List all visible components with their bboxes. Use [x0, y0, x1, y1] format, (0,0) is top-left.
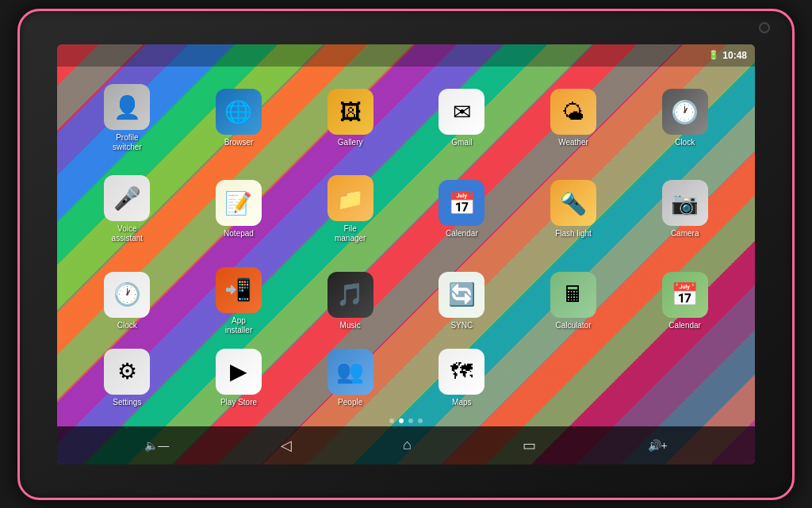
app-label-file-manager: File manager	[335, 224, 366, 243]
app-label-settings: Settings	[113, 398, 141, 407]
app-icon-image-voice-assistant: 🎤	[104, 175, 150, 221]
app-icon-flashlight[interactable]: 🔦Flash light	[519, 166, 628, 254]
app-icon-image-notepad: 📝	[216, 180, 262, 226]
app-icon-image-gmail: ✉	[439, 89, 485, 135]
app-label-music: Music	[340, 321, 361, 330]
app-icon-settings[interactable]: ⚙Settings	[73, 349, 182, 407]
app-label-clock: Clock	[675, 138, 695, 147]
app-icon-file-manager[interactable]: 📁File manager	[296, 166, 404, 254]
back-button[interactable]: ◁	[281, 437, 292, 454]
battery-icon: 🔋	[708, 50, 719, 60]
app-label-gmail: Gmail	[451, 138, 472, 147]
screen-content: 🔋 10:48 👤Profile switcher🌐Browser🖼Galler…	[57, 44, 755, 464]
app-icon-browser[interactable]: 🌐Browser	[185, 74, 293, 162]
app-icon-play-store[interactable]: ▶Play Store	[185, 349, 293, 407]
home-button[interactable]: ⌂	[403, 437, 412, 453]
app-icon-image-settings: ⚙	[104, 349, 150, 395]
app-icon-weather[interactable]: 🌤Weather	[519, 74, 628, 162]
navigation-bar: 🔈— ◁ ⌂ ▭ 🔊+	[57, 426, 755, 464]
app-icon-image-calendar2: 📅	[662, 272, 708, 318]
app-label-maps: Maps	[452, 398, 471, 407]
app-label-app-installer: App installer	[225, 316, 252, 335]
page-indicators	[57, 415, 755, 426]
app-icon-calendar[interactable]: 📅Calendar	[408, 166, 516, 254]
screen: 🔋 10:48 👤Profile switcher🌐Browser🖼Galler…	[57, 44, 755, 464]
app-label-calculator: Calculator	[555, 321, 591, 330]
app-icon-gmail[interactable]: ✉Gmail	[408, 74, 516, 162]
app-label-voice-assistant: Voice assistant	[112, 224, 143, 243]
app-icon-image-flashlight: 🔦	[550, 180, 596, 226]
app-label-people: People	[338, 398, 362, 407]
app-icon-calendar2[interactable]: 📅Calendar	[630, 257, 739, 345]
app-icon-image-music: 🎵	[327, 272, 373, 318]
app-label-calendar: Calendar	[446, 229, 478, 239]
app-icon-image-app-installer: 📲	[216, 267, 262, 313]
app-icon-image-play-store: ▶	[216, 349, 262, 395]
app-label-browser: Browser	[224, 138, 254, 147]
volume-down-button[interactable]: 🔈—	[144, 439, 169, 452]
page-dot-2[interactable]	[408, 418, 413, 423]
app-icon-app-installer[interactable]: 📲App installer	[185, 257, 293, 345]
page-dot-3[interactable]	[418, 418, 423, 423]
app-label-clock2: Clock	[117, 321, 137, 330]
app-icon-calculator[interactable]: 🖩Calculator	[519, 257, 628, 345]
app-label-sync: SYNC	[450, 321, 473, 330]
app-label-calendar2: Calendar	[668, 321, 701, 330]
app-label-notepad: Notepad	[224, 229, 254, 239]
app-icon-music[interactable]: 🎵Music	[296, 257, 404, 345]
app-icon-clock[interactable]: 🕐Clock	[630, 74, 739, 162]
app-icon-image-gallery: 🖼	[327, 89, 373, 135]
app-label-camera: Camera	[671, 229, 699, 239]
app-label-weather: Weather	[558, 138, 588, 147]
app-icon-clock2[interactable]: 🕐Clock	[73, 257, 182, 345]
app-icon-image-file-manager: 📁	[327, 175, 373, 221]
volume-up-button[interactable]: 🔊+	[648, 439, 668, 452]
app-icon-image-sync: 🔄	[439, 272, 485, 318]
app-icon-image-calendar: 📅	[439, 180, 485, 226]
app-icon-image-calculator: 🖩	[550, 272, 596, 318]
camera-dot	[759, 22, 770, 33]
app-icon-camera[interactable]: 📷Camera	[630, 166, 739, 254]
app-label-gallery: Gallery	[338, 138, 363, 147]
page-dot-0[interactable]	[389, 418, 394, 423]
app-icon-image-weather: 🌤	[550, 89, 596, 135]
app-icon-image-clock2: 🕐	[104, 272, 150, 318]
status-bar: 🔋 10:48	[57, 44, 755, 67]
app-icon-image-camera: 📷	[662, 180, 708, 226]
app-icon-gallery[interactable]: 🖼Gallery	[296, 74, 404, 162]
app-icon-notepad[interactable]: 📝Notepad	[185, 166, 293, 254]
status-icons: 🔋 10:48	[708, 50, 747, 61]
app-label-play-store: Play Store	[220, 398, 257, 407]
app-icon-image-browser: 🌐	[216, 89, 262, 135]
app-icon-voice-assistant[interactable]: 🎤Voice assistant	[73, 166, 182, 254]
app-grid: 👤Profile switcher🌐Browser🖼Gallery✉Gmail🌤…	[57, 67, 755, 415]
app-label-profile-switcher: Profile switcher	[113, 133, 142, 152]
recent-apps-button[interactable]: ▭	[523, 437, 536, 454]
app-icon-sync[interactable]: 🔄SYNC	[408, 257, 516, 345]
app-icon-people[interactable]: 👥People	[296, 349, 404, 407]
app-icon-image-clock: 🕐	[662, 89, 708, 135]
app-icon-profile-switcher[interactable]: 👤Profile switcher	[73, 74, 182, 162]
app-icon-image-maps: 🗺	[439, 349, 485, 395]
app-icon-image-profile-switcher: 👤	[104, 84, 150, 130]
time-display: 10:48	[722, 50, 747, 61]
tablet-device: 🔋 10:48 👤Profile switcher🌐Browser🖼Galler…	[17, 9, 795, 500]
app-icon-image-people: 👥	[327, 349, 373, 395]
app-label-flashlight: Flash light	[555, 229, 592, 239]
page-dot-1[interactable]	[399, 418, 404, 423]
app-icon-maps[interactable]: 🗺Maps	[408, 349, 516, 407]
